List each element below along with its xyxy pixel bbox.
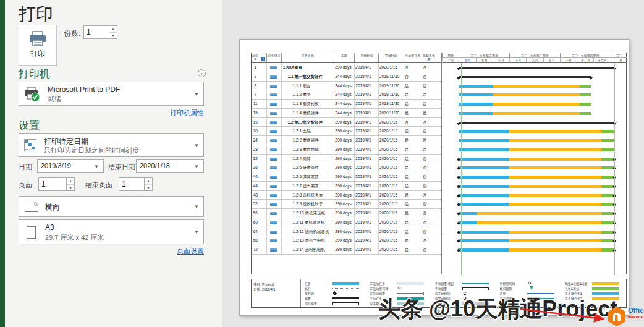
table-cell: 1.1.4 磨机辅件	[282, 109, 335, 117]
gantt-bar-segment	[580, 103, 591, 106]
table-cell	[260, 155, 268, 163]
table-cell	[260, 145, 268, 154]
start-page-spinner-down[interactable]: ▼	[67, 185, 74, 191]
table-cell: 244 days	[334, 82, 355, 90]
column-header: 开始时间	[355, 53, 379, 62]
copies-spinner-up[interactable]: ▲	[109, 26, 117, 33]
orientation-value: 横向	[45, 202, 60, 213]
table-row: 401.2.6 弹簧装置290 days2019/4/12020/1/15是否	[252, 172, 441, 182]
table-cell: 2019/4/1	[355, 100, 379, 108]
table-cell: 2019/4/1	[355, 127, 379, 135]
printer-selector[interactable]: Microsoft Print to PDF 就绪 ▼	[19, 82, 204, 106]
end-date-select[interactable]: 2020/1/18 ▼	[136, 159, 204, 173]
table-cell: 2019/11/30	[379, 72, 404, 81]
table-cell: 1.2.11 磨机减速机	[282, 218, 335, 227]
table-cell: 290 days	[334, 200, 355, 208]
paper-size-selector[interactable]: A3 29.7 厘米 x 42 厘米 ▼	[19, 219, 204, 244]
gantt-row	[442, 145, 627, 155]
copies-input[interactable]: 1	[83, 25, 109, 39]
table-cell: 否	[422, 218, 436, 227]
table-cell	[267, 209, 281, 218]
legend-item: 手动摘要 卷起	[434, 281, 494, 286]
start-page-input[interactable]: 1	[38, 177, 67, 191]
table-cell: 1.2.4 摇臂	[282, 155, 335, 163]
end-page-spinner-down[interactable]: ▼	[145, 185, 152, 191]
table-cell: 1.2.10 磨机液压柜	[282, 209, 335, 218]
table-cell: 290 days	[334, 127, 355, 135]
gantt-bar-segment	[509, 130, 601, 133]
table-cell: 2019/4/1	[355, 218, 379, 227]
legend-sample-bar	[592, 281, 622, 286]
legend-sample-bracket	[332, 301, 362, 306]
legend-sample-diamond-o	[397, 286, 426, 291]
print-range-subtitle: 只打印选定日期之间的时间刻度	[44, 146, 139, 155]
gantt-bar-segment	[459, 239, 509, 242]
table-cell: 2	[252, 72, 260, 81]
end-page-input[interactable]: 1	[119, 177, 145, 191]
logo-title: Office教程网	[628, 307, 644, 314]
task-mode-icon	[270, 176, 277, 179]
gantt-bar-segment	[601, 130, 614, 133]
table-cell: 是	[404, 245, 422, 254]
print-button-label: 打印	[30, 49, 45, 59]
gantt-row	[442, 200, 627, 209]
legend-label: 拆分	[305, 287, 332, 291]
legend-label: 手动摘要	[434, 287, 462, 291]
table-cell	[260, 245, 268, 254]
table-cell: 290 days	[334, 63, 355, 72]
table-cell: 否	[404, 118, 422, 127]
table-cell: 244 days	[334, 109, 355, 117]
orientation-selector[interactable]: 横向 ▼	[19, 196, 204, 217]
table-cell: 19	[252, 118, 260, 127]
table-cell: 是	[404, 172, 422, 181]
gantt-bar-segment	[459, 166, 509, 169]
chevron-down-icon: ▼	[194, 229, 199, 235]
page-setup-link[interactable]: 页面设置	[177, 247, 204, 256]
print-range-selector[interactable]: 打印特定日期 只打印选定日期之间的时间刻度 ▼	[19, 133, 204, 157]
end-page-spinner-up[interactable]: ▲	[145, 178, 152, 185]
legend-label: 非活动任务	[370, 282, 397, 286]
gantt-bar-segment	[601, 148, 614, 151]
table-cell: 244 days	[334, 72, 355, 81]
table-cell: 是	[404, 109, 422, 117]
copies-spinner: ▲ ▼	[109, 25, 117, 39]
table-cell: 11	[252, 100, 260, 108]
table-row: 561.2.10 磨机液压柜290 days2019/4/12020/1/15是…	[252, 209, 441, 218]
table-cell: 1.2 第二批交货部件	[282, 118, 335, 127]
gantt-bar-segment	[459, 158, 509, 161]
table-cell: 1 XXX项目	[282, 63, 334, 72]
timescale-month: 六月	[493, 58, 509, 63]
timescale-quarter: 二〇一九年第四季度	[560, 53, 611, 58]
gantt-bar-segment	[493, 85, 580, 88]
paper-name: A3	[45, 223, 54, 232]
chevron-down-icon: ▼	[94, 164, 99, 169]
table-cell: 2020/1/15	[379, 245, 404, 254]
table-cell: 是	[404, 90, 422, 99]
start-page-spinner-up[interactable]: ▲	[67, 178, 74, 185]
table-cell: 1.1 第一批交货部件	[282, 72, 335, 81]
print-button[interactable]: 打印	[19, 25, 57, 66]
timescale-quarter: 二〇一九年第三季度	[509, 53, 560, 58]
copies-spinner-down[interactable]: ▼	[109, 33, 117, 39]
start-date-select[interactable]: 2019/3/19 ▼	[37, 159, 104, 173]
gantt-bar-segment	[459, 203, 509, 206]
table-cell: 2020/1/15	[379, 127, 404, 135]
gantt-row	[442, 163, 627, 172]
table-cell: 2020/1/15	[379, 209, 404, 218]
info-icon[interactable]: i	[198, 69, 206, 77]
table-cell: 否	[422, 63, 436, 72]
legend-item: 里程碑	[305, 291, 365, 296]
table-cell: 1.1.1 磨台	[282, 82, 335, 90]
table-cell: 2019/4/1	[355, 200, 379, 208]
table-cell	[260, 82, 268, 90]
table-cell: 2019/4/1	[355, 182, 379, 190]
gantt-row	[442, 182, 627, 191]
table-cell	[260, 218, 268, 227]
finish-date-line	[614, 63, 615, 275]
table-cell: 1.2.2 磨盘铸件	[282, 136, 335, 145]
printer-properties-link[interactable]: 打印机属性	[170, 108, 204, 117]
table-cell: 290 days	[334, 236, 355, 245]
table-cell: 2019/4/1	[355, 82, 379, 90]
table-cell: 2020/1/15	[379, 145, 404, 154]
table-cell: 244 days	[334, 90, 355, 99]
